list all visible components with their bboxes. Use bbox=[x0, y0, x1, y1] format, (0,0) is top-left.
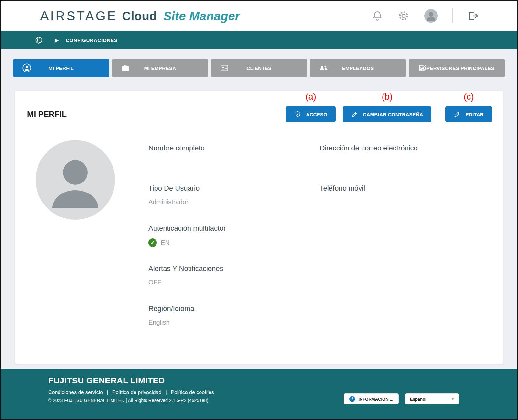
field-value: English bbox=[148, 319, 320, 327]
links-separator: | bbox=[107, 390, 108, 395]
logo-airstage: AIRSTAGE bbox=[40, 9, 117, 23]
tab-mi-empresa[interactable]: MI EMPRESA bbox=[112, 59, 208, 77]
field-region-idioma: Región/Idioma English bbox=[148, 304, 320, 327]
tab-mi-perfil[interactable]: MI PERFIL bbox=[13, 59, 109, 77]
language-select-value: Español bbox=[405, 394, 447, 404]
id-badge-icon bbox=[220, 63, 229, 72]
field-label: Dirección de correo electrónico bbox=[320, 144, 491, 152]
field-label: Alertas Y Notificaciones bbox=[148, 264, 320, 273]
brand-logo: AIRSTAGE Cloud Site Manager bbox=[40, 9, 240, 23]
footer: FUJITSU GENERAL LIMITED Condiciones de s… bbox=[1, 369, 517, 419]
people-group-icon bbox=[319, 63, 329, 73]
link-condiciones-servicio[interactable]: Condiciones de servicio bbox=[48, 390, 103, 395]
page: AIRSTAGE Cloud Site Manager bbox=[0, 0, 518, 420]
annotation-c: (c) bbox=[464, 92, 474, 102]
informacion-button[interactable]: i INFORMACIÓN ... bbox=[344, 393, 399, 404]
tab-label: MI PERFIL bbox=[49, 65, 74, 71]
settings-gear-icon[interactable] bbox=[397, 10, 410, 22]
header-divider bbox=[452, 8, 453, 23]
links-separator: | bbox=[166, 390, 167, 395]
logo-site-manager: Site Manager bbox=[163, 9, 240, 23]
footer-company: FUJITSU GENERAL LIMITED bbox=[48, 376, 517, 386]
logout-icon[interactable] bbox=[467, 10, 479, 22]
check-circle-icon: ✓ bbox=[148, 238, 157, 247]
pencil-icon bbox=[454, 111, 461, 118]
tabs-bar: MI PERFIL MI EMPRESA CLIENTES bbox=[1, 49, 517, 77]
mfa-status: EN bbox=[161, 239, 170, 247]
page-title: MI PERFIL bbox=[27, 110, 67, 119]
actions-divider bbox=[438, 105, 438, 123]
person-circle-icon bbox=[22, 63, 32, 73]
fields-left-column: Nombre completo Tipo De Usuario Administ… bbox=[148, 140, 320, 345]
link-politica-cookies[interactable]: Política de cookies bbox=[171, 390, 214, 395]
link-politica-privacidad[interactable]: Política de privacidad bbox=[112, 390, 161, 395]
avatar-area bbox=[27, 140, 148, 345]
breadcrumb-arrow-icon: ▶ bbox=[55, 37, 59, 43]
informacion-button-label: INFORMACIÓN ... bbox=[358, 397, 393, 402]
tab-label: CLIENTES bbox=[246, 65, 271, 71]
profile-card: MI PERFIL (a) ACCESO bbox=[15, 91, 503, 364]
tab-label: EMPLEADOS bbox=[342, 65, 374, 71]
fields-right-column: Dirección de correo electrónico Teléfono… bbox=[320, 140, 491, 345]
tab-label: SUPERVISORES PRINCIPALES bbox=[419, 65, 494, 71]
field-value bbox=[320, 198, 491, 207]
cambiar-contrasena-button[interactable]: CAMBIAR CONTRASEÑA bbox=[343, 106, 431, 122]
shield-icon bbox=[294, 111, 301, 118]
acceso-button-label: ACCESO bbox=[306, 112, 327, 117]
cambiar-contrasena-button-label: CAMBIAR CONTRASEÑA bbox=[363, 112, 423, 117]
language-select[interactable]: Español ▼ bbox=[405, 393, 459, 404]
globe-icon[interactable] bbox=[35, 36, 43, 44]
field-telefono: Teléfono móvil bbox=[320, 184, 491, 207]
tab-clientes[interactable]: CLIENTES bbox=[211, 59, 307, 77]
field-tipo-usuario: Tipo De Usuario Administrador bbox=[148, 184, 320, 207]
field-nombre-completo: Nombre completo bbox=[148, 144, 320, 167]
notifications-bell-icon[interactable] bbox=[372, 10, 383, 22]
field-label: Nombre completo bbox=[148, 144, 320, 152]
field-label: Tipo De Usuario bbox=[148, 184, 320, 193]
field-email: Dirección de correo electrónico bbox=[320, 144, 491, 167]
header-icons bbox=[372, 8, 479, 23]
field-label: Teléfono móvil bbox=[320, 184, 491, 193]
editar-button[interactable]: EDITAR bbox=[445, 106, 492, 122]
logo-cloud: Cloud bbox=[122, 9, 157, 23]
field-mfa: Autenticación multifactor ✓ EN bbox=[148, 224, 320, 247]
field-value: Administrador bbox=[148, 198, 320, 207]
field-label: Región/Idioma bbox=[148, 304, 320, 313]
editar-button-label: EDITAR bbox=[465, 112, 484, 117]
info-icon: i bbox=[349, 396, 355, 402]
briefcase-icon bbox=[121, 63, 130, 72]
annotation-b: (b) bbox=[382, 92, 393, 102]
annotation-a: (a) bbox=[306, 92, 316, 102]
top-header: AIRSTAGE Cloud Site Manager bbox=[1, 1, 517, 31]
footer-controls: i INFORMACIÓN ... Español ▼ bbox=[344, 393, 459, 404]
breadcrumb: CONFIGURACIONES bbox=[66, 38, 117, 43]
user-avatar-icon[interactable] bbox=[424, 9, 438, 23]
field-label: Autenticación multifactor bbox=[148, 224, 320, 233]
chevron-down-icon: ▼ bbox=[447, 394, 459, 404]
tab-empleados[interactable]: EMPLEADOS bbox=[310, 59, 406, 77]
profile-avatar bbox=[36, 140, 115, 220]
field-value: OFF bbox=[148, 279, 320, 287]
field-value bbox=[148, 158, 320, 167]
field-value bbox=[320, 158, 491, 167]
tab-label: MI EMPRESA bbox=[144, 65, 176, 71]
profile-actions: (a) ACCESO (b) bbox=[286, 105, 492, 123]
field-alertas: Alertas Y Notificaciones OFF bbox=[148, 264, 320, 287]
acceso-button[interactable]: ACCESO bbox=[286, 106, 336, 122]
edit-square-icon bbox=[418, 63, 427, 72]
field-value: ✓ EN bbox=[148, 238, 320, 247]
breadcrumb-bar: ▶ CONFIGURACIONES bbox=[1, 31, 517, 49]
tab-supervisores-principales[interactable]: SUPERVISORES PRINCIPALES bbox=[409, 59, 505, 77]
pencil-icon bbox=[351, 111, 358, 118]
